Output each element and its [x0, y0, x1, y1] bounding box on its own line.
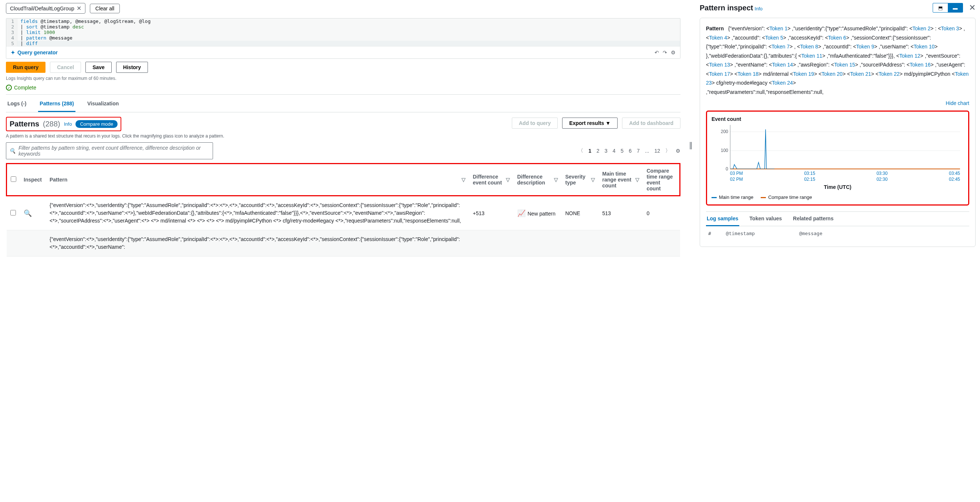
gear-icon[interactable]: ⚙ — [676, 148, 681, 154]
select-all-checkbox[interactable] — [11, 176, 16, 182]
token-link[interactable]: Token 21 — [850, 71, 871, 77]
pattern-card: Pattern {"eventVersion": <Token 1> ,"use… — [700, 18, 975, 247]
samples-header: # @timestamp @message — [706, 226, 969, 241]
sort-icon[interactable]: ▽ — [554, 177, 558, 183]
main-count: 513 — [599, 196, 643, 230]
token-link[interactable]: Token 19 — [793, 71, 814, 77]
close-icon[interactable]: ✕ — [969, 3, 975, 13]
token-link[interactable]: Token 18 — [737, 71, 759, 77]
log-group-chip[interactable]: CloudTrail/DefaultLogGroup ✕ — [6, 3, 86, 14]
sort-icon[interactable]: ▽ — [461, 177, 466, 183]
y-tick: 100 — [721, 148, 728, 153]
chevron-down-icon: ▼ — [605, 120, 611, 126]
query-generator-link[interactable]: ✦ Query generator — [11, 49, 58, 56]
sort-icon[interactable]: ▽ — [635, 177, 640, 183]
run-query-button[interactable]: Run query — [6, 62, 46, 73]
row-checkbox[interactable] — [10, 210, 16, 216]
token-link[interactable]: Token 5 — [765, 35, 783, 41]
check-icon: ✓ — [6, 85, 12, 91]
info-link[interactable]: Info — [754, 6, 762, 11]
token-link[interactable]: Token 9 — [856, 44, 874, 49]
redo-icon[interactable]: ↷ — [663, 49, 667, 56]
pager-page[interactable]: 1 — [589, 148, 591, 154]
clear-all-button[interactable]: Clear all — [90, 4, 120, 13]
col-main-count[interactable]: Main time range event count▽ — [599, 164, 643, 196]
col-pattern[interactable]: Pattern▽ — [46, 164, 469, 196]
info-link[interactable]: Info — [64, 121, 72, 127]
event-count-chart: Event count 200 100 0 03 PM02 PM 03:1502… — [706, 111, 969, 205]
col-compare-count[interactable]: Compare time range event count — [643, 164, 680, 196]
token-link[interactable]: Token 3 — [941, 25, 959, 32]
token-link[interactable]: Token 1 — [769, 25, 788, 32]
y-tick: 0 — [725, 166, 728, 172]
token-link[interactable]: Token 2 — [912, 25, 931, 32]
legend-compare: Compare time range — [761, 194, 812, 200]
pager-page[interactable]: 3 — [605, 148, 608, 154]
token-link[interactable]: Token 6 — [828, 35, 846, 41]
col-severity[interactable]: Severity type▽ — [562, 164, 599, 196]
pager-page[interactable]: 7 — [637, 148, 640, 154]
save-button[interactable]: Save — [86, 62, 112, 73]
subtab-related-patterns[interactable]: Related patterns — [792, 212, 834, 226]
pager-prev[interactable]: 〈 — [578, 148, 583, 154]
token-link[interactable]: Token 7 — [772, 44, 789, 49]
query-editor[interactable]: 1fields @timestamp, @message, @logStream… — [6, 18, 681, 59]
x-tick: 03:3002:30 — [877, 171, 888, 182]
token-link[interactable]: Token 20 — [822, 71, 843, 77]
sort-icon[interactable]: ▽ — [591, 177, 595, 183]
token-link[interactable]: Token 4 — [709, 35, 727, 41]
col-diff-desc[interactable]: Difference description▽ — [514, 164, 562, 196]
token-link[interactable]: Token 14 — [772, 62, 793, 68]
cancel-button: Cancel — [50, 62, 81, 73]
inspect-icon[interactable]: 🔍 — [24, 209, 32, 218]
pager-page[interactable]: 6 — [629, 148, 632, 154]
pager-page[interactable]: 4 — [613, 148, 616, 154]
pager-page[interactable]: 2 — [597, 148, 600, 154]
legend-main: Main time range — [711, 194, 753, 200]
log-group-label: CloudTrail/DefaultLogGroup — [10, 6, 74, 11]
view-full-button[interactable]: ▬ — [948, 3, 963, 12]
view-split-button[interactable]: ⬒ — [933, 3, 948, 12]
token-link[interactable]: Token 24 — [772, 80, 793, 86]
token-link[interactable]: Token 11 — [801, 53, 822, 59]
token-link[interactable]: Token 16 — [910, 62, 931, 68]
token-link[interactable]: Token 10 — [913, 44, 934, 49]
filter-input[interactable]: 🔍 Filter patterns by pattern string, eve… — [6, 142, 213, 159]
pager-page[interactable]: 12 — [654, 148, 660, 154]
close-icon[interactable]: ✕ — [76, 5, 81, 12]
pager-ellipsis: ... — [645, 148, 649, 154]
subtab-token-values[interactable]: Token values — [749, 212, 783, 226]
compare-count: 0 — [643, 196, 680, 230]
token-link[interactable]: Token 17 — [709, 71, 730, 77]
section-count: (288) — [43, 120, 60, 128]
pager-next[interactable]: 〉 — [665, 148, 670, 154]
history-button[interactable]: History — [116, 62, 148, 73]
col-inspect[interactable]: Inspect — [20, 164, 46, 196]
sort-icon[interactable]: ▽ — [506, 177, 510, 183]
panel-collapse-handle[interactable]: ‖ — [686, 0, 695, 259]
subtab-log-samples[interactable]: Log samples — [706, 212, 739, 226]
token-link[interactable]: Token 12 — [899, 53, 920, 59]
tab-logs[interactable]: Logs (-) — [6, 96, 28, 112]
col-diff-count[interactable]: Difference event count▽ — [469, 164, 514, 196]
hide-chart-link[interactable]: Hide chart — [706, 100, 969, 106]
export-results-button[interactable]: Export results ▼ — [562, 118, 617, 129]
token-link[interactable]: Token 15 — [834, 62, 855, 68]
inspect-title: Pattern inspect — [700, 4, 753, 12]
token-link[interactable]: Token 22 — [879, 71, 900, 77]
table-row: 🔍 {"eventVersion":<*>,"userIdentity":{"t… — [6, 196, 680, 230]
pattern-text: {"eventVersion":<*>,"userIdentity":{"typ… — [46, 196, 469, 230]
tab-patterns[interactable]: Patterns (288) — [38, 96, 75, 112]
gear-icon[interactable]: ⚙ — [671, 49, 676, 56]
token-link[interactable]: Token 13 — [709, 62, 730, 68]
pager: 〈 1 2 3 4 5 6 7 ... 12 〉 ⚙ — [578, 148, 681, 154]
table-row: {"eventVersion":<*>,"userIdentity":{"typ… — [6, 230, 680, 257]
pager-page[interactable]: 5 — [620, 148, 624, 154]
tab-visualization[interactable]: Visualization — [86, 96, 120, 112]
x-tick: 03:1502:15 — [804, 171, 815, 182]
x-tick: 03 PM02 PM — [730, 171, 743, 182]
compare-mode-pill[interactable]: Compare mode — [75, 120, 118, 128]
token-link[interactable]: Token 8 — [800, 44, 818, 49]
undo-icon[interactable]: ↶ — [655, 49, 659, 56]
diff-count: +513 — [469, 196, 514, 230]
